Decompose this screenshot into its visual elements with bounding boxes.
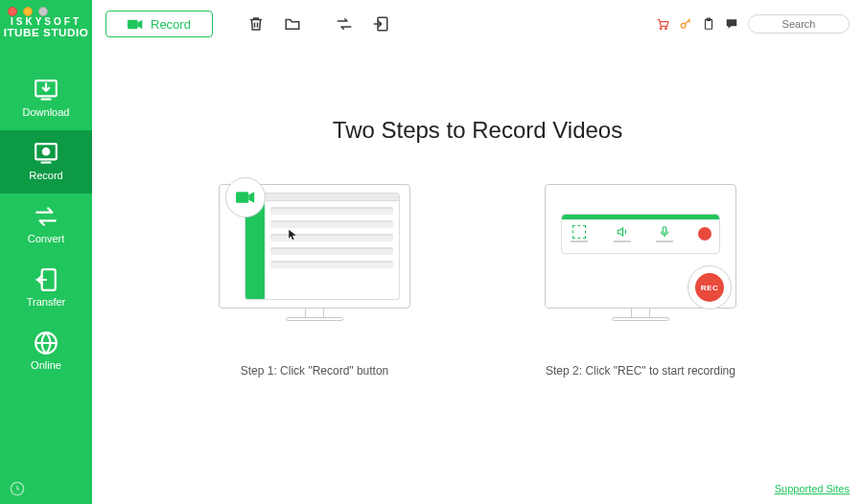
svg-rect-6 [128,19,138,28]
toolbar-group-2 [336,15,389,33]
toolbar-group-1 [247,15,301,33]
svg-point-2 [43,149,49,154]
svg-rect-14 [664,227,667,233]
window-controls [0,0,56,16]
sidebar: ISKYSOFT ITUBE STUDIO Download Record [0,0,92,504]
record-bubble-icon [225,177,266,218]
stop-dot-icon [698,227,711,241]
sidebar-item-record[interactable]: Record [0,130,92,194]
toolbar-right [656,14,850,34]
globe-icon [34,332,58,354]
sidebar-item-label: Record [29,170,62,181]
cursor-icon [288,227,297,239]
folder-icon[interactable] [284,15,301,33]
svg-point-8 [660,28,662,30]
download-icon [34,80,58,101]
sidebar-item-download[interactable]: Download [0,67,92,130]
import-icon[interactable] [372,15,389,33]
record-icon [34,143,58,164]
sidebar-item-online[interactable]: Online [0,320,92,383]
transfer-icon [34,269,58,290]
content-area: Two Steps to Record Videos [92,48,863,504]
step-2-label: Step 2: Click "REC" to start recording [546,364,735,378]
step-2: REC Step 2: Click "REC" to start recordi… [535,184,746,378]
rec-bubble: REC [688,265,732,309]
sidebar-item-transfer[interactable]: Transfer [0,257,92,320]
sidebar-item-convert[interactable]: Convert [0,194,92,257]
camera-icon [128,19,143,30]
main-area: Record [92,0,863,504]
convert-icon [34,206,58,227]
step-1-illustration [219,184,410,337]
rec-badge-text: REC [695,273,724,302]
chat-icon[interactable] [725,17,738,31]
steps-row: Step 1: Click "Record" button [209,184,746,378]
search-input[interactable] [748,14,850,34]
step-2-illustration: REC [545,184,736,337]
sidebar-nav: Download Record Convert Transfer [0,67,92,383]
record-button[interactable]: Record [105,11,213,37]
step-1-label: Step 1: Click "Record" button [241,364,389,378]
logo-bottom-text: ITUBE STUDIO [1,27,90,38]
supported-sites-link[interactable]: Supported Sites [775,483,850,494]
svg-point-10 [681,23,686,28]
record-button-label: Record [151,17,191,32]
trash-icon[interactable] [247,15,265,33]
history-icon[interactable] [10,481,25,496]
step-1: Step 1: Click "Record" button [209,184,420,378]
svg-rect-13 [236,192,248,203]
window-minimize-button[interactable] [23,7,33,16]
sidebar-item-label: Transfer [27,296,66,308]
window-close-button[interactable] [8,7,17,16]
svg-point-9 [665,28,667,30]
clipboard-icon[interactable] [702,17,715,31]
logo-top-text: ISKYSOFT [4,16,88,27]
sidebar-item-label: Online [31,359,61,371]
refresh-icon[interactable] [336,15,353,33]
cart-icon[interactable] [656,17,669,31]
sidebar-item-label: Download [23,106,70,118]
key-icon[interactable] [679,17,692,31]
window-maximize-button[interactable] [38,7,48,16]
page-title: Two Steps to Record Videos [333,117,622,144]
app-logo: ISKYSOFT ITUBE STUDIO [0,16,92,50]
topbar: Record [92,0,863,48]
sidebar-item-label: Convert [28,233,65,244]
